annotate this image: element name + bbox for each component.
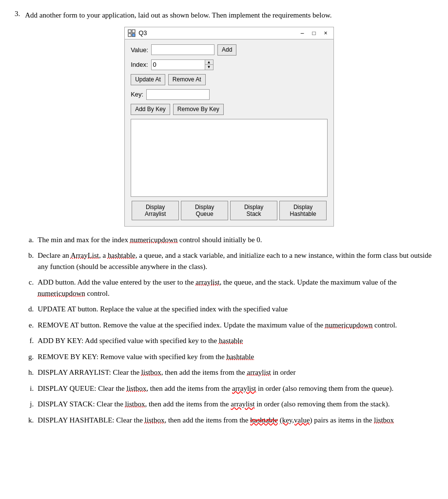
req-letter-d: d. bbox=[25, 304, 34, 315]
update-at-button[interactable]: Update At bbox=[131, 74, 165, 85]
req-c-numericupdown: numericupdown bbox=[38, 289, 85, 297]
question-number: 3. bbox=[15, 10, 20, 430]
req-g-hashtable: hashtable bbox=[226, 353, 254, 361]
svg-rect-0 bbox=[128, 30, 131, 33]
req-k-listbox: listbox bbox=[145, 416, 165, 424]
req-item-h: h. DISPLAY ARRAYLIST: Clear the listbox,… bbox=[25, 367, 433, 378]
key-btn-row: Add By Key Remove By Key bbox=[131, 104, 328, 115]
index-input[interactable] bbox=[151, 59, 205, 70]
form-icon bbox=[128, 29, 136, 37]
req-text-i: DISPLAY QUEUE: Clear the listbox, then a… bbox=[38, 383, 433, 394]
listbox[interactable] bbox=[131, 119, 328, 197]
key-row: Key: bbox=[131, 89, 328, 100]
req-k-listbox2: listbox bbox=[374, 416, 394, 424]
spinner-group: ▲ ▼ bbox=[151, 59, 214, 70]
close-button[interactable]: × bbox=[321, 29, 331, 37]
req-text-h: DISPLAY ARRAYLIST: Clear the listbox, th… bbox=[38, 367, 433, 378]
req-letter-c: c. bbox=[25, 277, 34, 299]
value-label: Value: bbox=[131, 46, 148, 54]
req-a-numericupdown: numericupdown bbox=[130, 236, 177, 244]
spinner-arrows: ▲ ▼ bbox=[205, 59, 214, 70]
req-letter-i: i. bbox=[25, 383, 34, 394]
req-letter-j: j. bbox=[25, 399, 34, 410]
req-item-b: b. Declare an ArrayList, a hashtable, a … bbox=[25, 250, 433, 272]
display-hashtable-button[interactable]: DisplayHashtable bbox=[279, 201, 327, 220]
req-item-f: f. ADD BY KEY: Add specified value with … bbox=[25, 335, 433, 346]
req-i-arraylist: arraylist bbox=[232, 384, 256, 392]
remove-by-key-button[interactable]: Remove By Key bbox=[173, 104, 224, 115]
win-form: Q3 – □ × Value: Add Index: bbox=[124, 27, 334, 227]
req-letter-b: b. bbox=[25, 250, 34, 272]
req-item-d: d. UPDATE AT button. Replace the value a… bbox=[25, 304, 433, 315]
win-titlebar: Q3 – □ × bbox=[125, 27, 333, 39]
display-btns-row: DisplayArraylist DisplayQueue DisplaySta… bbox=[131, 201, 328, 220]
req-text-a: The min and max for the index numericupd… bbox=[38, 234, 433, 246]
display-stack-button[interactable]: DisplayStack bbox=[230, 201, 277, 220]
req-text-e: REMOVE AT button. Remove the value at th… bbox=[38, 320, 433, 331]
req-text-g: REMOVE BY KEY: Remove value with specifi… bbox=[38, 351, 433, 363]
spinner-down-button[interactable]: ▼ bbox=[205, 65, 213, 70]
req-text-d: UPDATE AT button. Replace the value at t… bbox=[38, 304, 433, 315]
req-text-b: Declare an ArrayList, a hashtable, a que… bbox=[38, 250, 433, 272]
req-j-arraylist: arraylist bbox=[231, 400, 254, 408]
req-f-hastable: hastable bbox=[219, 337, 243, 345]
req-letter-k: k. bbox=[25, 415, 34, 426]
req-h-listbox: listbox bbox=[141, 368, 161, 376]
win-title-left: Q3 bbox=[128, 29, 147, 37]
question-text: Add another form to your application, la… bbox=[25, 10, 433, 21]
minimize-button[interactable]: – bbox=[297, 29, 307, 37]
req-text-c: ADD button. Add the value entered by the… bbox=[38, 277, 433, 299]
value-row: Value: Add bbox=[131, 44, 328, 56]
question-container: 3. Add another form to your application,… bbox=[15, 10, 433, 430]
req-item-e: e. REMOVE AT button. Remove the value at… bbox=[25, 320, 433, 331]
req-text-j: DISPLAY STACK: Clear the listbox, then a… bbox=[38, 399, 433, 410]
spinner-up-button[interactable]: ▲ bbox=[205, 60, 213, 65]
req-text-k: DISPLAY HASHTABLE: Clear the listbox, th… bbox=[38, 415, 433, 426]
win-body: Value: Add Index: ▲ ▼ bbox=[125, 39, 333, 226]
index-label: Index: bbox=[131, 61, 148, 68]
req-item-a: a. The min and max for the index numeric… bbox=[25, 234, 433, 246]
requirements-list: a. The min and max for the index numeric… bbox=[25, 234, 433, 426]
svg-rect-1 bbox=[132, 30, 135, 33]
req-letter-e: e. bbox=[25, 320, 34, 331]
index-row: Index: ▲ ▼ bbox=[131, 59, 328, 70]
req-c-arraylist: arraylist bbox=[195, 278, 219, 286]
req-letter-g: g. bbox=[25, 351, 34, 363]
svg-rect-2 bbox=[128, 34, 131, 37]
update-remove-row: Update At Remove At bbox=[131, 74, 328, 85]
maximize-button[interactable]: □ bbox=[309, 29, 319, 37]
req-k-hashtable: hashtable bbox=[250, 416, 278, 424]
win-title-text: Q3 bbox=[138, 29, 147, 37]
req-item-j: j. DISPLAY STACK: Clear the listbox, the… bbox=[25, 399, 433, 410]
req-b-hashtable: hashtable bbox=[108, 251, 136, 259]
req-k-keyvalue: (key,value) bbox=[280, 416, 312, 424]
req-j-listbox: listbox bbox=[125, 400, 145, 408]
question-body: Add another form to your application, la… bbox=[25, 10, 433, 430]
req-letter-h: h. bbox=[25, 367, 34, 378]
req-letter-f: f. bbox=[25, 335, 34, 346]
req-e-numericupdown: numericupdown bbox=[325, 321, 372, 329]
display-arraylist-button[interactable]: DisplayArraylist bbox=[132, 201, 179, 220]
req-letter-a: a. bbox=[25, 234, 34, 246]
key-label: Key: bbox=[131, 91, 143, 98]
req-item-c: c. ADD button. Add the value entered by … bbox=[25, 277, 433, 299]
req-text-f: ADD BY KEY: Add specified value with spe… bbox=[38, 335, 433, 346]
req-i-listbox: listbox bbox=[126, 384, 146, 392]
add-button[interactable]: Add bbox=[217, 44, 236, 56]
key-input[interactable] bbox=[146, 89, 210, 100]
req-item-g: g. REMOVE BY KEY: Remove value with spec… bbox=[25, 351, 433, 363]
win-controls[interactable]: – □ × bbox=[297, 29, 331, 37]
req-item-i: i. DISPLAY QUEUE: Clear the listbox, the… bbox=[25, 383, 433, 394]
remove-at-button[interactable]: Remove At bbox=[168, 74, 206, 85]
req-b-arraylist: ArrayList bbox=[71, 251, 99, 259]
req-h-arraylist: arraylist bbox=[247, 368, 271, 376]
req-item-k: k. DISPLAY HASHTABLE: Clear the listbox,… bbox=[25, 415, 433, 426]
svg-rect-3 bbox=[132, 34, 135, 37]
value-input[interactable] bbox=[151, 44, 214, 55]
add-by-key-button[interactable]: Add By Key bbox=[131, 104, 170, 115]
display-queue-button[interactable]: DisplayQueue bbox=[181, 201, 228, 220]
